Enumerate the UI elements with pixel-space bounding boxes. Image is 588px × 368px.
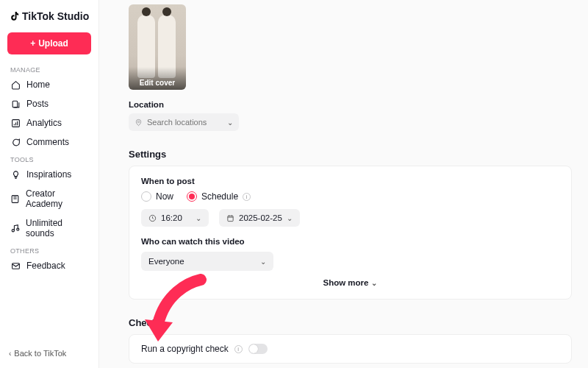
show-more-label: Show more: [323, 278, 369, 287]
analytics-icon: [10, 118, 21, 128]
radio-label: Schedule: [201, 191, 238, 202]
clock-icon: [148, 214, 157, 222]
date-value: 2025-02-25: [239, 213, 282, 222]
settings-heading: Settings: [129, 149, 572, 160]
radio-icon: [187, 191, 197, 202]
sidebar-item-feedback[interactable]: Feedback: [6, 256, 93, 275]
location-placeholder: Search locations: [147, 118, 207, 127]
radio-label: Now: [156, 191, 173, 202]
sidebar-item-comments[interactable]: Comments: [6, 132, 93, 152]
upload-button[interactable]: + Upload: [7, 32, 91, 54]
checks-heading: Checks: [129, 317, 572, 328]
privacy-value: Everyone: [148, 257, 184, 266]
sidebar-item-label: Posts: [26, 99, 49, 109]
sidebar-item-label: Inspirations: [26, 169, 71, 180]
bulb-icon: [10, 170, 21, 180]
location-search[interactable]: Search locations ⌄: [129, 113, 239, 131]
music-icon: [10, 224, 20, 233]
sidebar-item-label: Unlimited sounds: [26, 218, 88, 238]
sidebar-item-home[interactable]: Home: [6, 75, 93, 94]
app-title: TikTok Studio: [22, 10, 89, 22]
time-value: 16:20: [161, 213, 182, 222]
when-to-post-label: When to post: [141, 177, 559, 185]
upload-label: Upload: [38, 38, 68, 49]
sidebar-item-inspirations[interactable]: Inspirations: [6, 165, 93, 184]
svg-point-6: [137, 121, 139, 122]
svg-rect-8: [228, 216, 233, 221]
chevron-down-icon: ⌄: [196, 214, 201, 222]
show-more-button[interactable]: Show more ⌄: [141, 271, 559, 289]
radio-now[interactable]: Now: [141, 191, 173, 202]
date-picker[interactable]: 2025-02-25 ⌄: [219, 209, 300, 227]
chevron-down-icon: ⌄: [371, 279, 377, 287]
chevron-down-icon: ⌄: [227, 118, 233, 127]
book-icon: [10, 194, 20, 204]
mail-icon: [10, 261, 21, 271]
sidebar-item-label: Creator Academy: [26, 188, 88, 209]
sidebar-item-label: Analytics: [26, 118, 62, 128]
main-content: Edit cover Location Search locations ⌄ S…: [99, 0, 588, 368]
app-logo: TikTok Studio: [6, 7, 93, 28]
sidebar: TikTok Studio + Upload MANAGE Home Posts…: [0, 0, 99, 368]
edit-cover-label: Edit cover: [129, 67, 186, 90]
location-pin-icon: [135, 118, 143, 127]
location-label: Location: [129, 100, 572, 109]
chevron-left-icon: ‹: [9, 350, 11, 358]
comments-icon: [10, 138, 21, 147]
svg-point-4: [17, 227, 19, 230]
info-icon[interactable]: i: [243, 193, 251, 201]
settings-card: When to post Now Schedule i 16:20: [129, 166, 572, 300]
sidebar-item-label: Comments: [26, 137, 69, 147]
section-label-others: OTHERS: [6, 243, 93, 256]
section-label-tools: TOOLS: [6, 152, 93, 165]
privacy-label: Who can watch this video: [141, 237, 559, 246]
back-to-tiktok-link[interactable]: ‹ Back to TikTok: [6, 342, 93, 368]
home-icon: [10, 80, 21, 90]
posts-icon: [10, 99, 21, 109]
plus-icon: +: [30, 38, 35, 49]
calendar-icon: [226, 214, 234, 222]
chevron-down-icon: ⌄: [287, 214, 293, 222]
radio-icon: [141, 191, 151, 202]
chevron-down-icon: ⌄: [260, 258, 266, 266]
radio-schedule[interactable]: Schedule i: [187, 191, 251, 202]
sidebar-item-label: Home: [26, 79, 50, 90]
info-icon[interactable]: i: [234, 345, 243, 353]
back-link-label: Back to TikTok: [14, 349, 66, 358]
svg-rect-0: [12, 101, 18, 107]
sidebar-item-analytics[interactable]: Analytics: [6, 113, 93, 132]
sidebar-item-creator-academy[interactable]: Creator Academy: [6, 184, 93, 213]
video-cover-thumbnail[interactable]: Edit cover: [129, 4, 186, 90]
copyright-check-label: Run a copyright check: [141, 344, 229, 354]
section-label-manage: MANAGE: [6, 62, 93, 75]
sidebar-item-unlimited-sounds[interactable]: Unlimited sounds: [6, 213, 93, 243]
sidebar-item-posts[interactable]: Posts: [6, 94, 93, 113]
sidebar-item-label: Feedback: [26, 261, 65, 271]
checks-card: Run a copyright check i: [129, 334, 572, 364]
privacy-select[interactable]: Everyone ⌄: [141, 252, 273, 271]
copyright-toggle[interactable]: [248, 344, 268, 354]
tiktok-logo-icon: [9, 10, 21, 22]
time-picker[interactable]: 16:20 ⌄: [141, 209, 209, 227]
